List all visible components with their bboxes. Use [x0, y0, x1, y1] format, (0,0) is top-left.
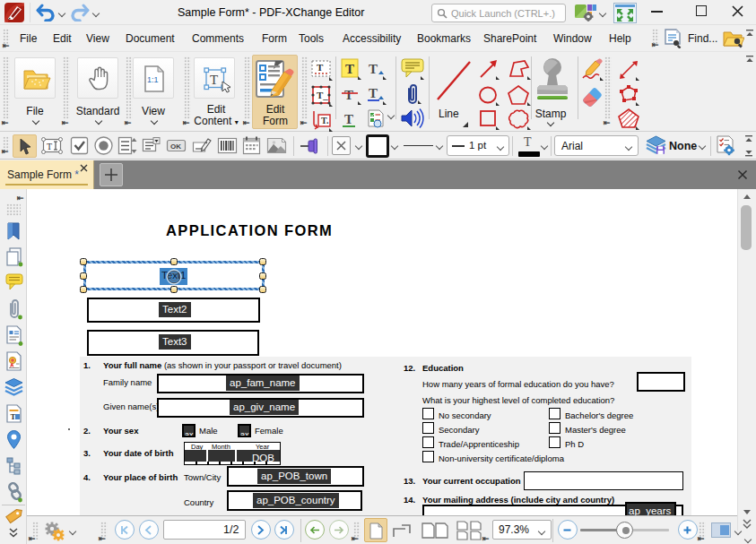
svg-text:T.: T. — [321, 116, 329, 125]
svg-text:1:1: 1:1 — [147, 75, 159, 84]
svg-text:T: T — [47, 142, 52, 151]
svg-text:T: T — [369, 86, 378, 100]
svg-text:T: T — [344, 112, 353, 126]
svg-text:T: T — [210, 73, 218, 87]
svg-text:T: T — [345, 62, 354, 76]
svg-text:T: T — [317, 62, 324, 73]
svg-text:T_: T_ — [317, 90, 328, 100]
svg-text:T: T — [369, 62, 378, 76]
svg-text:T: T — [11, 412, 16, 421]
svg-text:OK: OK — [170, 142, 181, 151]
svg-text:T: T — [344, 88, 353, 102]
